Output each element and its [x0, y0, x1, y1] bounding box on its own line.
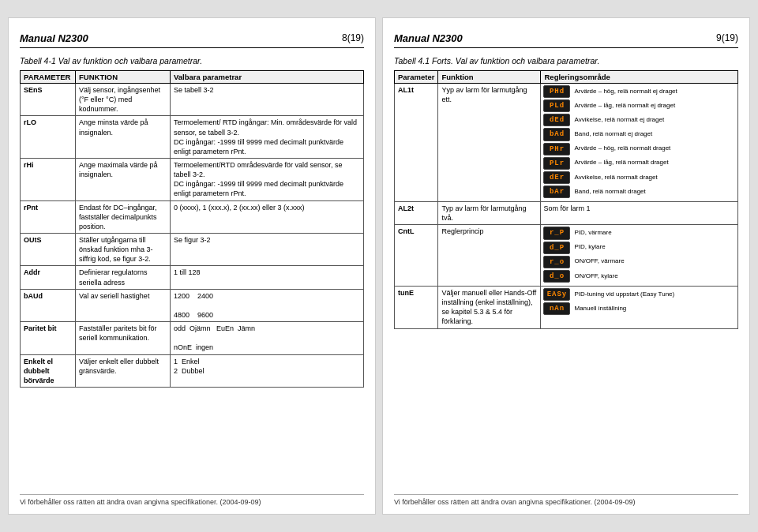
lcd-display: EASy — [543, 288, 570, 301]
lcd-display: dEd — [543, 114, 570, 126]
right-cell-param: AL2t — [395, 202, 438, 225]
left-cell-func: Ange minsta värde på insignalen. — [76, 116, 171, 159]
pages-container: Manual N2300 8(19) Tabell 4-1 Val av fun… — [0, 9, 758, 523]
left-cell-func: Endast för DC–ingångar, fastställer deci… — [76, 200, 171, 233]
lcd-description: Band, relä normalt draget — [574, 188, 735, 197]
right-page-header: Manual N2300 9(19) — [394, 32, 738, 48]
right-cell-func: Väljer manuell eller Hands-Off inställni… — [438, 286, 541, 328]
right-cell-param: CntL — [395, 225, 438, 287]
left-cell-func: Fastställer paritets bit för seriell kom… — [76, 322, 171, 354]
left-cell-values: Se tabell 3-2 — [171, 84, 364, 116]
left-cell-values: Termoelement/ RTD ingångar: Min. områdes… — [171, 116, 364, 159]
left-table-row: Enkelt el dubbelt börvärdeVäljer enkelt … — [21, 354, 364, 387]
lcd-row: dEdAvvikelse, relä normalt ej draget — [543, 114, 735, 126]
right-cell-param: AL1t — [395, 84, 438, 202]
lcd-description: PID, kylare — [574, 243, 735, 252]
left-cell-func: Ställer utgångarna till önskad funktion … — [76, 233, 171, 265]
lcd-row: r_oON/OFF, värmare — [543, 256, 735, 268]
lcd-description: Band, relä normalt ej draget — [574, 130, 735, 139]
left-cell-param: Enkelt el dubbelt börvärde — [21, 354, 76, 387]
left-page: Manual N2300 8(19) Tabell 4-1 Val av fun… — [8, 17, 376, 515]
lcd-row: d_PPID, kylare — [543, 242, 735, 254]
lcd-description: Avvikelse, relä normalt draget — [574, 174, 735, 182]
lcd-row: bArBand, relä normalt draget — [543, 185, 735, 198]
left-cell-values: 1 Enkel 2 Dubbel — [171, 354, 364, 387]
left-cell-param: Addr — [21, 266, 76, 289]
left-table-row: rHiAnge maximala värde på insignalen.Ter… — [21, 158, 364, 200]
left-footer: Vi förbehåller oss rätten att ändra ovan… — [20, 494, 364, 506]
lcd-description: PID-tuning vid uppstart (Easy Tune) — [574, 290, 735, 299]
right-cell-func: Yyp av larm för larmutgång ett. — [438, 84, 541, 202]
lcd-row: PLdArvärde – låg, relä normalt ej draget — [543, 99, 735, 112]
left-table: PARAMETER FUNKTION Valbara parametrar SE… — [20, 70, 364, 388]
lcd-description: ON/OFF, kylare — [574, 272, 735, 281]
right-col-func: Funktion — [438, 71, 541, 84]
left-cell-func: Val av seriell hastighet — [76, 289, 171, 321]
right-table-row: CntLReglerprincipr_PPID, värmared_PPID, … — [395, 225, 738, 287]
right-cell-reg: r_PPID, värmared_PPID, kylarer_oON/OFF, … — [541, 225, 738, 287]
left-cell-values: Termoelement/RTD områdesvärde för vald s… — [171, 158, 364, 200]
left-table-row: SEnSVälj sensor, ingångsenhet (°F eller … — [21, 84, 364, 116]
lcd-row: r_PPID, värmare — [543, 227, 735, 239]
left-page-header: Manual N2300 8(19) — [20, 32, 364, 48]
left-cell-param: OUtS — [21, 233, 76, 265]
right-col-reg: Regleringsområde — [541, 71, 738, 84]
left-table-row: bAUdVal av seriell hastighet1200 2400 48… — [21, 289, 364, 321]
left-table-row: rPntEndast för DC–ingångar, fastställer … — [21, 200, 364, 233]
left-col-values: Valbara parametrar — [171, 71, 364, 84]
left-cell-func: Välj sensor, ingångsenhet (°F eller °C) … — [76, 84, 171, 116]
right-page-title: Manual N2300 — [394, 32, 463, 44]
lcd-display: dEr — [543, 171, 570, 184]
left-table-row: rLOAnge minsta värde på insignalen.Termo… — [21, 116, 364, 159]
left-page-number: 8(19) — [342, 32, 364, 43]
left-cell-values: odd Ojämn EuEn Jämn nOnE ingen — [171, 322, 364, 354]
lcd-row: PHrArvärde – hög, relä normalt draget — [543, 143, 735, 155]
left-cell-values: 1 till 128 — [171, 266, 364, 289]
right-table-row: AL2tTyp av larm för larmutgång två.Som f… — [395, 202, 738, 225]
left-cell-param: rPnt — [21, 200, 76, 233]
left-cell-values: 1200 2400 4800 9600 — [171, 289, 364, 321]
right-table-row: tunEVäljer manuell eller Hands-Off instä… — [395, 286, 738, 328]
right-cell-reg: EASyPID-tuning vid uppstart (Easy Tune)n… — [541, 286, 738, 328]
left-cell-param: bAUd — [21, 289, 76, 321]
lcd-display: r_o — [543, 256, 570, 268]
lcd-description: PID, värmare — [574, 229, 735, 238]
left-table-row: AddrDefinierar regulatorns seriella adre… — [21, 266, 364, 289]
right-page: Manual N2300 9(19) Tabell 4.1 Forts. Val… — [382, 17, 750, 515]
right-col-param: Parameter — [395, 71, 438, 84]
right-cell-func: Typ av larm för larmutgång två. — [438, 202, 541, 225]
right-cell-func: Reglerprincip — [438, 225, 541, 287]
right-cell-reg: PHdArvärde – hög, relä normalt ej draget… — [541, 84, 738, 202]
lcd-display: PLd — [543, 99, 570, 112]
left-table-title: Tabell 4-1 Val av funktion och valbara p… — [20, 56, 364, 66]
right-table: Parameter Funktion Regleringsområde AL1t… — [394, 70, 738, 329]
right-table-title: Tabell 4.1 Forts. Val av funktion och va… — [394, 56, 738, 66]
lcd-display: PLr — [543, 157, 570, 170]
left-cell-param: SEnS — [21, 84, 76, 116]
lcd-description: Arvärde – hög, relä normalt draget — [574, 144, 735, 153]
lcd-row: nAnManuell inställning — [543, 302, 735, 315]
lcd-display: d_P — [543, 242, 570, 254]
right-cell-param: tunE — [395, 286, 438, 328]
right-footer: Vi förbehåller oss rätten att ändra ovan… — [394, 494, 738, 506]
left-cell-func: Definierar regulatorns seriella adress — [76, 266, 171, 289]
left-cell-values: Se figur 3-2 — [171, 233, 364, 265]
left-cell-param: Paritet bit — [21, 322, 76, 354]
left-col-param: PARAMETER — [21, 71, 76, 84]
lcd-row: EASyPID-tuning vid uppstart (Easy Tune) — [543, 288, 735, 301]
lcd-display: PHd — [543, 85, 570, 98]
left-table-row: Paritet bitFastställer paritets bit för … — [21, 322, 364, 354]
lcd-row: PLrArvärde – låg, relä normalt draget — [543, 157, 735, 170]
lcd-display: r_P — [543, 227, 570, 239]
left-table-row: OUtSStäller utgångarna till önskad funkt… — [21, 233, 364, 265]
left-cell-func: Väljer enkelt eller dubbelt gränsvärde. — [76, 354, 171, 387]
right-table-row: AL1tYyp av larm för larmutgång ett.PHdAr… — [395, 84, 738, 202]
lcd-description: Arvärde – låg, relä normalt ej draget — [574, 102, 735, 111]
lcd-row: dErAvvikelse, relä normalt draget — [543, 171, 735, 184]
left-cell-param: rHi — [21, 158, 76, 200]
left-cell-func: Ange maximala värde på insignalen. — [76, 158, 171, 200]
right-page-number: 9(19) — [716, 32, 738, 43]
lcd-display: bAr — [543, 185, 570, 198]
left-cell-param: rLO — [21, 116, 76, 159]
left-col-func: FUNKTION — [76, 71, 171, 84]
